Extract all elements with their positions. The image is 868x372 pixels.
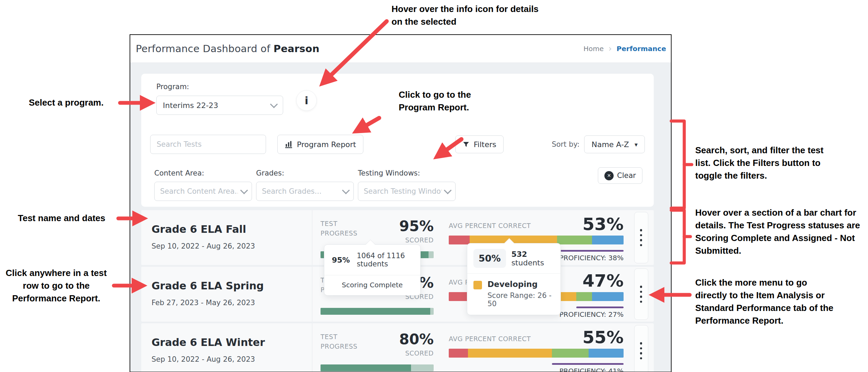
annotation-select-program: Select a program. [29, 96, 104, 109]
progress-percent: 80% [399, 332, 434, 347]
tooltip-segment-percent: 50% [473, 249, 506, 268]
filters-button[interactable]: Filters [455, 135, 504, 153]
sort-select[interactable]: Name A-Z ▾ [584, 135, 645, 153]
avg-percent-correct-cell: AVG PERCENT CORRECT 55% PROFICIENCY: 41% [437, 323, 628, 372]
sort-group: Sort by: Name A-Z ▾ [552, 135, 645, 153]
bar-segment-advanced[interactable] [592, 292, 624, 301]
proficiency-label: PROFICIENCY: 41% [449, 367, 624, 372]
test-dates: Sep 10, 2022 - Aug 26, 2023 [152, 355, 312, 363]
bar-segment-below-basic[interactable] [449, 292, 468, 301]
developing-swatch-icon [473, 281, 482, 289]
test-name-cell: Grade 6 ELA Winter Sep 10, 2022 - Aug 26… [141, 323, 312, 372]
test-name-cell: Grade 6 ELA Spring Feb 27, 2023 - May 26… [141, 267, 312, 322]
tooltip-segment-level: Developing [487, 280, 554, 289]
kebab-dot-icon [640, 296, 642, 298]
bar-segment-below-basic[interactable] [449, 236, 470, 244]
filter-testing-windows: Testing Windows: Search Testing Windows [358, 169, 456, 201]
tooltip-segment-students-count: 532 [511, 250, 527, 259]
page-title: Performance Dashboard of Pearson [136, 43, 320, 55]
proficiency-line [552, 363, 624, 365]
clear-button-label: Clear [617, 171, 636, 180]
program-select[interactable]: Interims 22-23 [156, 96, 283, 115]
more-menu-button[interactable] [634, 212, 648, 263]
test-progress-label: TEST PROGRESS [321, 219, 365, 244]
annotation-more-menu: Click the more menu to go directly to th… [695, 276, 837, 327]
test-dates: Sep 10, 2022 - Aug 26, 2023 [152, 242, 312, 250]
test-name: Grade 6 ELA Winter [152, 336, 312, 348]
annotation-hover-bar-chart: Hover over a section of a bar chart for … [695, 206, 868, 257]
content-area-placeholder: Search Content Area... [160, 187, 238, 195]
filter-content-area: Content Area: Search Content Area... [154, 169, 252, 201]
scored-label: SCORED [399, 349, 434, 357]
annotation-hover-info-icon: Hover over the info icon for details on … [391, 3, 539, 28]
testing-windows-select[interactable]: Search Testing Windows [358, 182, 456, 201]
kebab-dot-icon [640, 291, 642, 293]
program-select-value: Interims 22-23 [163, 101, 218, 110]
kebab-dot-icon [640, 234, 642, 237]
search-tests-input[interactable] [150, 135, 266, 154]
info-icon[interactable]: i [296, 90, 317, 111]
page-title-customer: Pearson [274, 43, 320, 55]
progress-bar[interactable] [321, 308, 434, 315]
breadcrumb-current[interactable]: Performance [617, 45, 666, 53]
annotation-test-name-dates: Test name and dates [18, 212, 105, 225]
bracket-search-sort-filter [671, 121, 684, 208]
bar-segment-developing[interactable] [468, 349, 552, 358]
sort-select-value: Name A-Z [591, 140, 629, 149]
caret-down-icon: ▾ [635, 141, 638, 148]
test-name: Grade 6 ELA Fall [152, 223, 312, 235]
clear-filters-button[interactable]: ✕ Clear [598, 167, 642, 184]
sort-by-label: Sort by: [552, 140, 579, 148]
bar-segment-proficient[interactable] [576, 292, 592, 301]
breadcrumb-home-link[interactable]: Home [583, 45, 604, 53]
kebab-dot-icon [640, 357, 642, 360]
tooltip-segment-students-suffix: students [511, 259, 544, 267]
kebab-dot-icon [640, 301, 642, 303]
kebab-dot-icon [640, 347, 642, 350]
progress-bar[interactable] [321, 364, 434, 371]
grades-placeholder: Search Grades... [262, 187, 322, 195]
avg-percent-value: 55% [582, 329, 624, 346]
bar-segment-advanced[interactable] [592, 236, 624, 244]
program-report-button[interactable]: Program Report [277, 135, 363, 154]
kebab-dot-icon [640, 352, 642, 355]
tooltip-progress-percent: 95% [332, 256, 350, 264]
tooltip-progress-students: 1064 of 1116 students [357, 252, 413, 268]
breadcrumb: Home › Performance [583, 45, 666, 53]
bar-segment-advanced[interactable] [589, 349, 624, 358]
avg-percent-value: 47% [582, 272, 624, 289]
progress-bar-fill [321, 364, 411, 371]
row-menu-cell [628, 323, 654, 372]
score-distribution-bar[interactable] [449, 349, 624, 358]
tooltip-progress-status: Scoring Complete [324, 275, 420, 295]
annotation-program-report: Click to go to the Program Report. [399, 88, 495, 114]
kebab-dot-icon [640, 342, 642, 345]
chevron-down-icon [444, 187, 452, 194]
tooltip-segment-range: Score Range: 26 - 50 [487, 291, 554, 308]
grades-label: Grades: [256, 169, 354, 177]
row-menu-cell [628, 267, 654, 322]
annotation-click-test-row: Click anywhere in a test row to go to th… [5, 267, 108, 305]
kebab-dot-icon [640, 229, 642, 231]
test-name: Grade 6 ELA Spring [152, 280, 312, 292]
row-menu-cell [628, 210, 654, 265]
more-menu-button[interactable] [634, 325, 648, 372]
scored-label: SCORED [399, 236, 434, 244]
tooltip-segment-students: 532 students [511, 250, 554, 267]
grades-select[interactable]: Search Grades... [256, 182, 354, 201]
performance-dashboard-panel: Performance Dashboard of Pearson Home › … [130, 34, 672, 372]
bracket-bar-chart-row [671, 210, 684, 263]
proficiency-line [557, 250, 624, 252]
content-area-select[interactable]: Search Content Area... [154, 182, 252, 201]
testing-windows-placeholder: Search Testing Windows [364, 187, 442, 195]
kebab-dot-icon [640, 239, 642, 241]
bar-segment-below-basic[interactable] [449, 349, 468, 358]
test-row-grade6-ela-winter[interactable]: Grade 6 ELA Winter Sep 10, 2022 - Aug 26… [141, 323, 654, 372]
search-toolbar: Program Report Filters Sort by: Name A-Z… [150, 135, 645, 154]
bar-segment-proficient[interactable] [557, 236, 592, 244]
chevron-down-icon [342, 187, 350, 194]
bar-segment-proficient[interactable] [552, 349, 589, 358]
chevron-down-icon [270, 100, 278, 108]
panel-header: Performance Dashboard of Pearson Home › … [130, 35, 671, 63]
more-menu-button[interactable] [634, 268, 648, 320]
